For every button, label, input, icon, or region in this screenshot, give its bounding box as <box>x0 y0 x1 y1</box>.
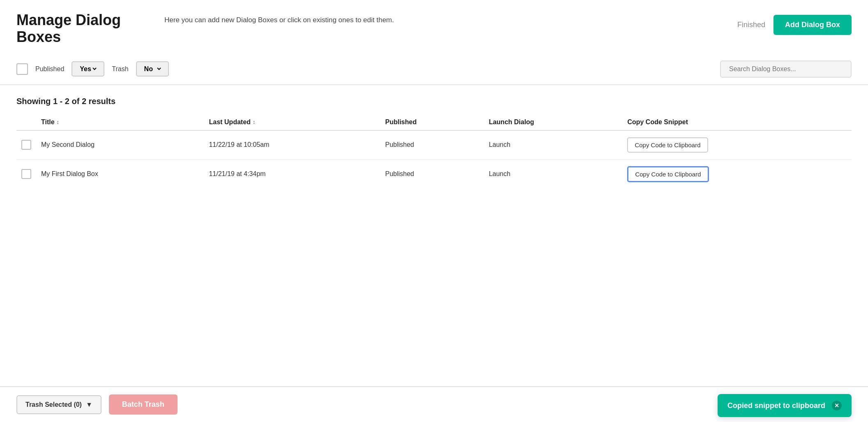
row-copy-cell: Copy Code to Clipboard <box>622 159 852 189</box>
row-published: Published <box>380 130 484 160</box>
dialog-table: Title ↕ Last Updated ↕ Published Launch … <box>16 114 852 189</box>
footer-bar: Trash Selected (0) ▼ Batch Trash Copied … <box>0 386 868 422</box>
title-sort-icon: ↕ <box>57 119 60 125</box>
page-header: Manage Dialog Boxes Here you can add new… <box>0 0 868 54</box>
copy-code-button[interactable]: Copy Code to Clipboard <box>627 137 708 153</box>
col-last-updated-header[interactable]: Last Updated ↕ <box>204 114 380 130</box>
filters-bar: Published Yes No Trash No Yes <box>0 54 868 85</box>
add-dialog-button[interactable]: Add Dialog Box <box>773 15 852 35</box>
results-area: Showing 1 - 2 of 2 results Title ↕ Last … <box>0 85 868 370</box>
col-launch-header: Launch Dialog <box>484 114 622 130</box>
trash-filter-select[interactable]: No Yes <box>136 61 169 77</box>
table-header-row: Title ↕ Last Updated ↕ Published Launch … <box>16 114 852 130</box>
row-last-updated: 11/21/19 at 4:34pm <box>204 159 380 189</box>
header-center: Here you can add new Dialog Boxes or cli… <box>148 12 737 26</box>
header-left: Manage Dialog Boxes <box>16 12 148 46</box>
search-wrap <box>720 60 852 78</box>
trash-select-input[interactable]: No Yes <box>143 65 162 73</box>
col-published-header: Published <box>380 114 484 130</box>
select-all-checkbox[interactable] <box>16 63 28 75</box>
trash-selected-label: Trash Selected (0) <box>25 401 82 408</box>
row-published: Published <box>380 159 484 189</box>
row-checkbox[interactable] <box>21 169 31 179</box>
row-title: My Second Dialog <box>36 130 204 160</box>
col-check-header <box>16 114 36 130</box>
published-filter-label: Published <box>35 65 64 73</box>
row-title: My First Dialog Box <box>36 159 204 189</box>
row-copy-cell: Copy Code to Clipboard <box>622 130 852 160</box>
trash-filter-label: Trash <box>112 65 128 73</box>
col-title-header[interactable]: Title ↕ <box>36 114 204 130</box>
header-right: Finished Add Dialog Box <box>737 12 852 35</box>
finished-label: Finished <box>737 21 765 29</box>
toast-close-button[interactable]: ✕ <box>832 401 842 410</box>
last-updated-sort[interactable]: Last Updated ↕ <box>209 118 255 126</box>
trash-selected-chevron-icon: ▼ <box>86 401 92 408</box>
row-checkbox-cell <box>16 159 36 189</box>
results-count: Showing 1 - 2 of 2 results <box>16 97 852 106</box>
table-row: My First Dialog Box 11/21/19 at 4:34pm P… <box>16 159 852 189</box>
toast-message: Copied snippet to clipboard <box>727 401 825 410</box>
row-checkbox-cell <box>16 130 36 160</box>
col-copy-header: Copy Code Snippet <box>622 114 852 130</box>
search-input[interactable] <box>720 60 852 78</box>
copy-code-button[interactable]: Copy Code to Clipboard <box>627 166 709 182</box>
row-launch[interactable]: Launch <box>484 130 622 160</box>
published-filter-select[interactable]: Yes No <box>72 61 104 77</box>
table-row: My Second Dialog 11/22/19 at 10:05am Pub… <box>16 130 852 160</box>
title-sort[interactable]: Title ↕ <box>41 118 59 126</box>
row-checkbox[interactable] <box>21 140 31 150</box>
page-title: Manage Dialog Boxes <box>16 12 148 46</box>
row-launch[interactable]: Launch <box>484 159 622 189</box>
header-description: Here you can add new Dialog Boxes or cli… <box>164 15 721 26</box>
published-select-input[interactable]: Yes No <box>78 65 98 73</box>
launch-link[interactable]: Launch <box>489 170 510 177</box>
row-last-updated: 11/22/19 at 10:05am <box>204 130 380 160</box>
last-updated-sort-icon: ↕ <box>253 119 256 125</box>
toast-notification: Copied snippet to clipboard ✕ <box>718 394 852 417</box>
trash-selected-button[interactable]: Trash Selected (0) ▼ <box>16 395 102 414</box>
launch-link[interactable]: Launch <box>489 141 510 148</box>
batch-trash-button[interactable]: Batch Trash <box>109 394 178 415</box>
